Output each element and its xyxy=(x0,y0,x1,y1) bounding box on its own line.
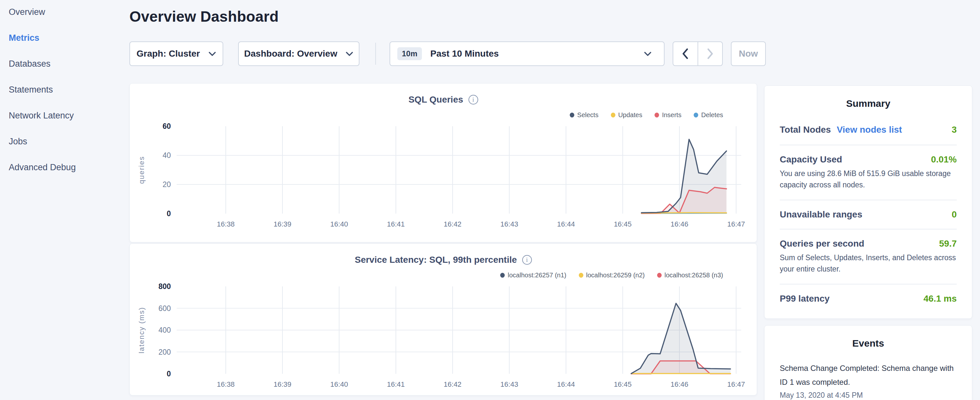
chart-plot-area[interactable]: 16:3816:3916:4016:4116:4216:4316:4416:45… xyxy=(130,279,757,398)
svg-text:16:39: 16:39 xyxy=(274,380,291,388)
svg-text:16:43: 16:43 xyxy=(501,380,518,388)
svg-text:16:46: 16:46 xyxy=(670,380,688,388)
now-button[interactable]: Now xyxy=(731,41,766,66)
legend-item[interactable]: Updates xyxy=(611,112,643,119)
legend-label: localhost:26259 (n2) xyxy=(586,271,645,279)
legend-dot-icon xyxy=(611,113,616,118)
svg-text:latency (ms): latency (ms) xyxy=(137,307,146,354)
legend-item[interactable]: localhost:26259 (n2) xyxy=(579,271,645,279)
chevron-down-icon xyxy=(644,51,652,56)
info-icon[interactable]: i xyxy=(522,255,532,265)
sidebar-item-advanced-debug[interactable]: Advanced Debug xyxy=(0,162,129,188)
chart-title: Service Latency: SQL, 99th percentile xyxy=(355,255,517,265)
legend-item[interactable]: Selects xyxy=(570,112,598,119)
summary-row-unavailable-ranges: Unavailable ranges 0 xyxy=(780,200,957,229)
summary-row-capacity-used: Capacity Used 0.01% You are using 28.6 M… xyxy=(780,145,957,200)
sidebar-item-statements[interactable]: Statements xyxy=(0,84,129,110)
event-message: Schema Change Completed: Schema change w… xyxy=(780,361,957,389)
summary-panel: Summary Total Nodes View nodes list 3 Ca… xyxy=(764,85,972,319)
svg-text:16:44: 16:44 xyxy=(557,380,575,388)
events-title: Events xyxy=(765,338,972,349)
legend-item[interactable]: Inserts xyxy=(654,112,681,119)
svg-text:60: 60 xyxy=(162,122,171,131)
legend-item[interactable]: localhost:26258 (n3) xyxy=(657,271,723,279)
legend-label: Deletes xyxy=(701,112,723,119)
summary-row-label: Total Nodes xyxy=(780,124,831,135)
time-prev-button[interactable] xyxy=(673,42,698,65)
chevron-right-icon xyxy=(707,48,713,59)
summary-row-p99-latency: P99 latency 46.1 ms xyxy=(780,284,957,313)
time-pager xyxy=(673,41,723,66)
svg-text:16:45: 16:45 xyxy=(614,380,632,388)
legend-label: localhost:26257 (n1) xyxy=(508,271,566,279)
legend-dot-icon xyxy=(694,113,698,118)
summary-row-value: 3 xyxy=(951,124,957,135)
controls-bar: Graph: Cluster Dashboard: Overview 10m P… xyxy=(129,41,766,66)
dashboard-dropdown-label: Dashboard: Overview xyxy=(244,49,337,59)
summary-row-label: Queries per second xyxy=(780,239,864,249)
legend-label: localhost:26258 (n3) xyxy=(665,271,723,279)
svg-text:16:38: 16:38 xyxy=(217,220,235,228)
summary-row-total-nodes: Total Nodes View nodes list 3 xyxy=(780,109,957,145)
summary-title: Summary xyxy=(765,98,972,109)
chevron-down-icon xyxy=(208,51,216,56)
sidebar: Overview Metrics Databases Statements Ne… xyxy=(0,0,129,400)
svg-text:16:47: 16:47 xyxy=(727,380,745,388)
sidebar-item-overview[interactable]: Overview xyxy=(0,6,129,32)
chart-plot-area[interactable]: 16:3816:3916:4016:4116:4216:4316:4416:45… xyxy=(130,119,757,238)
legend-label: Updates xyxy=(618,112,643,119)
svg-text:queries: queries xyxy=(137,156,146,184)
graph-dropdown[interactable]: Graph: Cluster xyxy=(129,41,223,66)
legend-item[interactable]: Deletes xyxy=(694,112,723,119)
svg-text:800: 800 xyxy=(159,282,171,291)
chevron-down-icon xyxy=(345,51,353,56)
svg-text:0: 0 xyxy=(167,209,171,218)
svg-text:600: 600 xyxy=(159,304,171,312)
summary-row-label: Capacity Used xyxy=(780,155,842,165)
summary-row-value: 59.7 xyxy=(939,239,957,249)
sidebar-item-network-latency[interactable]: Network Latency xyxy=(0,110,129,136)
svg-text:16:47: 16:47 xyxy=(727,220,745,228)
svg-text:16:41: 16:41 xyxy=(387,380,405,388)
svg-text:16:39: 16:39 xyxy=(274,220,291,228)
svg-text:16:38: 16:38 xyxy=(217,380,235,388)
summary-row-description: You are using 28.6 MiB of 515.9 GiB usab… xyxy=(780,168,957,191)
dashboard-dropdown[interactable]: Dashboard: Overview xyxy=(238,41,360,66)
summary-row-label: Unavailable ranges xyxy=(780,209,862,220)
chart-title: SQL Queries xyxy=(408,94,463,105)
chevron-left-icon xyxy=(682,48,689,59)
chart-legend: localhost:26257 (n1)localhost:26259 (n2)… xyxy=(500,271,723,279)
summary-row-value: 46.1 ms xyxy=(923,293,957,304)
service-latency-chart-card: Service Latency: SQL, 99th percentile i … xyxy=(129,243,757,395)
sidebar-item-databases[interactable]: Databases xyxy=(0,58,129,84)
sidebar-nav-list: Overview Metrics Databases Statements Ne… xyxy=(0,0,129,188)
svg-text:16:42: 16:42 xyxy=(444,220,461,228)
summary-row-queries-per-second: Queries per second 59.7 Sum of Selects, … xyxy=(780,229,957,284)
sidebar-item-metrics[interactable]: Metrics xyxy=(0,32,129,58)
time-range-label: Past 10 Minutes xyxy=(430,49,499,59)
summary-row-value: 0 xyxy=(951,209,957,220)
summary-row-description: Sum of Selects, Updates, Inserts, and De… xyxy=(780,252,957,275)
svg-text:16:41: 16:41 xyxy=(387,220,405,228)
page-title: Overview Dashboard xyxy=(129,8,278,25)
time-range-dropdown[interactable]: 10m Past 10 Minutes xyxy=(390,41,665,66)
view-nodes-list-link[interactable]: View nodes list xyxy=(837,124,902,135)
controls-divider xyxy=(375,43,376,65)
event-list-item: Schema Change Completed: Schema change w… xyxy=(765,361,972,400)
svg-text:16:40: 16:40 xyxy=(330,380,348,388)
legend-label: Selects xyxy=(577,112,598,119)
legend-item[interactable]: localhost:26257 (n1) xyxy=(500,271,566,279)
legend-dot-icon xyxy=(579,273,583,278)
time-next-button[interactable] xyxy=(698,42,722,65)
sidebar-item-jobs[interactable]: Jobs xyxy=(0,136,129,162)
info-icon[interactable]: i xyxy=(468,95,478,105)
legend-dot-icon xyxy=(657,273,662,278)
legend-dot-icon xyxy=(654,113,659,118)
chart-canvas: 16:3816:3916:4016:4116:4216:4316:4416:45… xyxy=(130,119,757,238)
events-panel: Events Schema Change Completed: Schema c… xyxy=(764,325,972,400)
sql-queries-chart-card: SQL Queries i SelectsUpdatesInsertsDelet… xyxy=(129,83,757,242)
summary-row-value: 0.01% xyxy=(931,155,957,165)
chart-canvas: 16:3816:3916:4016:4116:4216:4316:4416:45… xyxy=(130,279,757,398)
graph-dropdown-label: Graph: Cluster xyxy=(137,49,200,59)
svg-text:16:43: 16:43 xyxy=(501,220,518,228)
